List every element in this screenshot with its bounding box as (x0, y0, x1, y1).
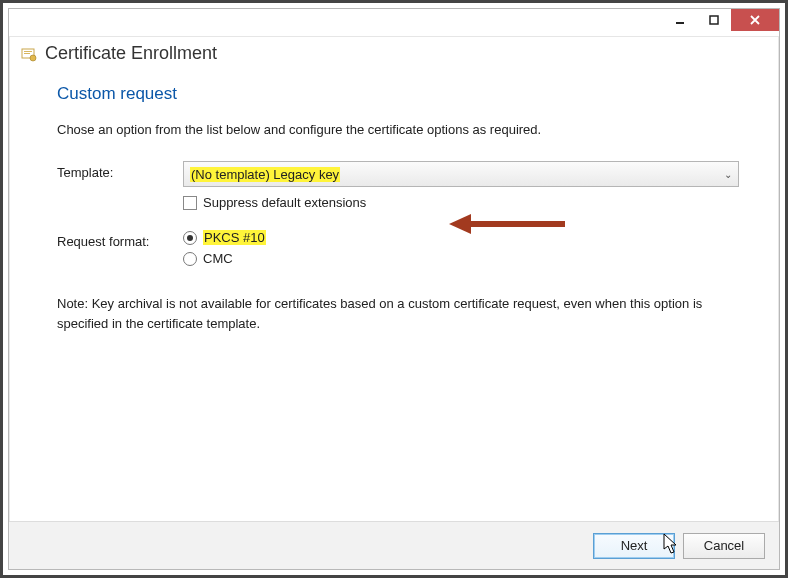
cmc-label: CMC (203, 251, 233, 266)
content-area: Custom request Chose an option from the … (9, 78, 779, 521)
titlebar (9, 9, 779, 37)
format-label: Request format: (57, 230, 183, 249)
pkcs10-label: PKCS #10 (203, 230, 266, 245)
suppress-checkbox[interactable] (183, 196, 197, 210)
svg-point-5 (30, 55, 36, 61)
wizard-title: Certificate Enrollment (45, 43, 217, 64)
chevron-down-icon: ⌄ (724, 169, 732, 180)
close-button[interactable] (731, 9, 779, 31)
certificate-enrollment-window: Certificate Enrollment Custom request Ch… (8, 8, 780, 570)
next-button[interactable]: Next (593, 533, 675, 559)
cancel-button[interactable]: Cancel (683, 533, 765, 559)
svg-rect-0 (676, 22, 684, 24)
maximize-button[interactable] (697, 9, 731, 31)
minimize-button[interactable] (663, 9, 697, 31)
template-label: Template: (57, 161, 183, 180)
suppress-label: Suppress default extensions (203, 195, 366, 210)
pkcs10-radio[interactable] (183, 231, 197, 245)
svg-rect-1 (710, 16, 718, 24)
instruction-text: Chose an option from the list below and … (57, 122, 739, 137)
template-value: (No template) Legacy key (190, 167, 340, 182)
svg-rect-4 (24, 53, 30, 54)
note-text: Note: Key archival is not available for … (57, 294, 739, 333)
footer: Next Cancel (9, 521, 779, 569)
certificate-icon (21, 46, 37, 62)
template-dropdown[interactable]: (No template) Legacy key ⌄ (183, 161, 739, 187)
section-title: Custom request (57, 84, 739, 104)
svg-rect-3 (24, 51, 32, 52)
wizard-header: Certificate Enrollment (9, 37, 779, 78)
cmc-radio[interactable] (183, 252, 197, 266)
